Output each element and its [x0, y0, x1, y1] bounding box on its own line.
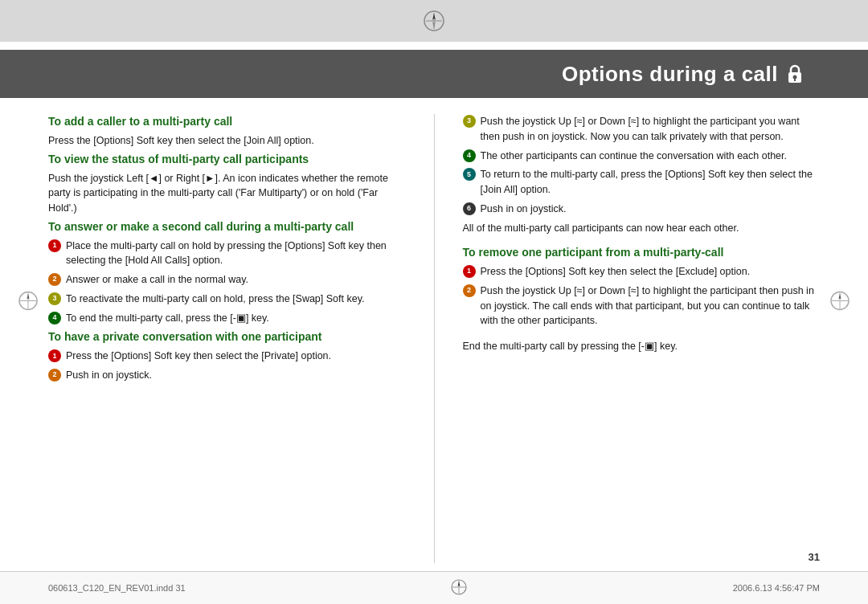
bullet-item: 3 Push the joystick Up [≈] or Down [≈] t… [463, 114, 821, 145]
section4-bullets: 1 Press the [Options] Soft key then sele… [48, 349, 406, 383]
svg-marker-19 [839, 294, 841, 300]
bullet-4-icon: 4 [48, 312, 61, 324]
bullet-r6-icon: 6 [463, 202, 476, 215]
bullet-rm1-icon: 1 [463, 265, 476, 278]
bullet-r5-text: To return to the multi-party call, press… [481, 167, 821, 198]
bullet-p2-icon: 2 [48, 369, 61, 382]
section1-body: Press the [Options] Soft key then select… [48, 133, 406, 149]
footer-date: 2006.6.13 4:56:47 PM [733, 583, 820, 593]
end-multiparty-text: End the multi-party call by pressing the… [463, 339, 821, 354]
bullet-r4-icon: 4 [463, 149, 476, 162]
bullet-r3-icon: 3 [463, 115, 476, 128]
bullet-1-icon: 1 [48, 239, 61, 252]
bullet-rm2-text: Push the joystick Up [≈] or Down [≈] to … [481, 284, 821, 329]
title-bar: Options during a call [0, 50, 868, 98]
section1-title: To add a caller to a multi-party call [48, 114, 406, 129]
section4-title: To have a private conversation with one … [48, 329, 406, 345]
bullet-item: 2 Push the joystick Up [≈] or Down [≈] t… [463, 284, 821, 329]
section3-title: To answer or make a second call during a… [48, 219, 406, 235]
footer: 060613_C120_EN_REV01.indd 31 2006.6.13 4… [0, 571, 868, 604]
bullet-item: 3 To reactivate the multi-party call on … [48, 292, 406, 307]
bullet-item: 2 Answer or make a call in the normal wa… [48, 272, 406, 288]
bullet-item: 2 Push in on joystick. [48, 368, 406, 383]
bullet-item: 6 Push in on joystick. [463, 202, 821, 217]
title-label: Options during a call [562, 62, 778, 87]
bullet-r6-text: Push in on joystick. [481, 202, 821, 217]
bullet-item: 4 To end the multi-party call, press the… [48, 311, 406, 326]
bullet-item: 1 Press the [Options] Soft key then sele… [463, 264, 821, 280]
right-column: 3 Push the joystick Up [≈] or Down [≈] t… [463, 114, 821, 563]
footer-file: 060613_C120_EN_REV01.indd 31 [48, 583, 186, 593]
left-column: To add a caller to a multi-party call Pr… [48, 114, 406, 563]
main-content: To add a caller to a multi-party call Pr… [0, 98, 868, 571]
remove-bullets: 1 Press the [Options] Soft key then sele… [463, 264, 821, 329]
section-remove-participant: To remove one participant from a multi-p… [463, 245, 821, 333]
bullet-2-icon: 2 [48, 273, 61, 286]
bullet-3-icon: 3 [48, 292, 61, 305]
top-bar [0, 0, 868, 42]
section-remove-title: To remove one participant from a multi-p… [463, 245, 821, 260]
bullet-r3-text: Push the joystick Up [≈] or Down [≈] to … [481, 114, 821, 145]
bullet-4-text: To end the multi-party call, press the [… [66, 311, 406, 326]
page-title: Options during a call [562, 62, 804, 87]
section-add-caller: To add a caller to a multi-party call Pr… [48, 114, 406, 152]
bullet-2-text: Answer or make a call in the normal way. [66, 272, 406, 288]
section2-title: To view the status of multi-party call p… [48, 152, 406, 167]
column-divider [434, 114, 435, 563]
bullet-rm2-icon: 2 [463, 284, 476, 297]
compass-right [829, 291, 850, 314]
page-number: 31 [809, 551, 820, 563]
compass-icon-top [423, 10, 445, 32]
bullet-p2-text: Push in on joystick. [66, 368, 406, 383]
footer-compass [450, 578, 468, 598]
section-second-call: To answer or make a second call during a… [48, 219, 406, 330]
lock-icon [786, 63, 804, 85]
bullet-item: 1 Press the [Options] Soft key then sele… [48, 349, 406, 364]
section2-body: Push the joystick Left [◄] or Right [►].… [48, 171, 406, 216]
compass-left [18, 291, 39, 314]
bullet-3-text: To reactivate the multi-party call on ho… [66, 292, 406, 307]
section-private-conversation: To have a private conversation with one … [48, 329, 406, 386]
continued-bullets: 3 Push the joystick Up [≈] or Down [≈] t… [463, 114, 821, 221]
right-body-after-bullets: All of the multi-party call participants… [463, 221, 821, 236]
svg-marker-15 [27, 294, 30, 300]
bullet-p1-text: Press the [Options] Soft key then select… [66, 349, 406, 364]
page: Options during a call To add a caller to… [0, 0, 868, 604]
section-view-status: To view the status of multi-party call p… [48, 152, 406, 219]
bullet-r4-text: The other participants can continue the … [481, 149, 821, 164]
bullet-r5-icon: 5 [463, 168, 476, 181]
bullet-1-text: Place the multi-party call on hold by pr… [66, 239, 406, 269]
bullet-item: 5 To return to the multi-party call, pre… [463, 167, 821, 198]
bullet-item: 4 The other participants can continue th… [463, 149, 821, 164]
section3-bullets: 1 Place the multi-party call on hold by … [48, 239, 406, 326]
bullet-rm1-text: Press the [Options] Soft key then select… [481, 264, 821, 280]
bullet-p1-icon: 1 [48, 349, 61, 362]
footer-left: 060613_C120_EN_REV01.indd 31 [48, 583, 186, 593]
svg-point-6 [793, 76, 797, 80]
bullet-item: 1 Place the multi-party call on hold by … [48, 239, 406, 269]
